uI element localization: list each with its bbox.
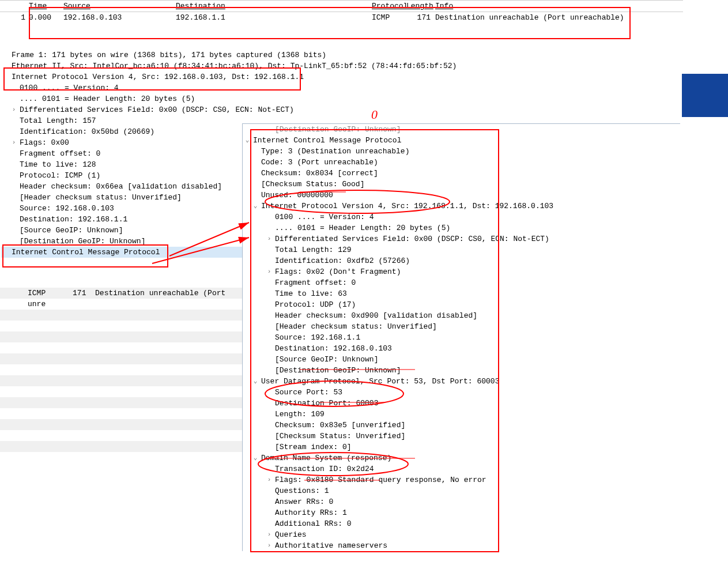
tree-text: Destination: 192.168.1.1: [20, 215, 127, 224]
tree-text: Protocol: ICMP (1): [20, 171, 100, 180]
tree-line[interactable]: Internet Protocol Version 4, Src: 192.16…: [1, 71, 243, 82]
tree-line[interactable]: [Stream index: 0]: [243, 442, 680, 453]
tree-line[interactable]: ⌄Internet Control Message Protocol: [243, 135, 680, 146]
tree-line[interactable]: ⌄Internet Protocol Version 4, Src: 192.1…: [243, 201, 680, 212]
packet-details-right[interactable]: [Destination GeoIP: Unknown] ⌄Internet C…: [242, 123, 680, 551]
tree-line[interactable]: Time to live: 128: [1, 159, 243, 170]
tree-line[interactable]: Destination Port: 60003: [243, 398, 680, 409]
chevron-right-icon[interactable]: ›: [266, 266, 273, 277]
packet-length: 171: [406, 13, 435, 22]
header-protocol[interactable]: Protocol: [372, 2, 406, 10]
tree-line[interactable]: ›Authoritative nameservers: [243, 540, 680, 551]
tree-line[interactable]: ›Queries: [243, 529, 680, 540]
tree-line[interactable]: Source Port: 53: [243, 387, 680, 398]
chevron-right-icon[interactable]: ›: [266, 529, 273, 540]
tree-line[interactable]: Source: 192.168.0.103: [1, 203, 243, 214]
tree-line[interactable]: Internet Control Message Protocol: [1, 247, 243, 258]
tree-text: Identification: 0xdfb2 (57266): [275, 257, 410, 265]
tree-line[interactable]: Destination: 192.168.0.103: [243, 343, 680, 354]
tree-line[interactable]: 0100 .... = Version: 4: [243, 212, 680, 223]
tree-line[interactable]: .... 0101 = Header Length: 20 bytes (5): [1, 93, 243, 104]
tree-line[interactable]: Identification: 0x50bd (20669): [1, 126, 243, 137]
tree-line[interactable]: Authority RRs: 1: [243, 507, 680, 518]
chevron-down-icon[interactable]: ⌄: [252, 376, 259, 387]
header-dest[interactable]: Destination: [176, 2, 372, 10]
tree-line[interactable]: Destination: 192.168.1.1: [1, 214, 243, 225]
bottom-row[interactable]: ICMP 171 Destination unreachable (Port u…: [0, 288, 242, 299]
chevron-right-icon[interactable]: ›: [10, 137, 17, 148]
tree-line[interactable]: Source: 192.168.1.1: [243, 332, 680, 343]
tree-line[interactable]: Protocol: UDP (17): [243, 299, 680, 310]
tree-line[interactable]: Total Length: 129: [243, 244, 680, 255]
tree-line[interactable]: [Header checksum status: Unverified]: [1, 192, 243, 203]
tree-text: Source Port: 53: [275, 388, 342, 397]
tree-line[interactable]: Fragment offset: 0: [243, 277, 680, 288]
chevron-right-icon[interactable]: ›: [266, 474, 273, 485]
tree-line[interactable]: Questions: 1: [243, 485, 680, 496]
tree-text: Protocol: UDP (17): [275, 300, 356, 309]
tree-line[interactable]: Type: 3 (Destination unreachable): [243, 146, 680, 157]
tree-line[interactable]: ›Flags: 0x8180 Standard query response, …: [243, 474, 680, 485]
chevron-right-icon[interactable]: ›: [10, 104, 17, 115]
tree-line[interactable]: Time to live: 63: [243, 288, 680, 299]
packet-row[interactable]: 1 0.000 192.168.0.103 192.168.1.1 ICMP 1…: [0, 12, 683, 23]
tree-line[interactable]: Code: 3 (Port unreachable): [243, 157, 680, 168]
packet-source: 192.168.0.103: [63, 13, 176, 22]
tree-line[interactable]: Unused: 00000000: [243, 190, 680, 201]
tree-line[interactable]: [Checksum Status: Unverified]: [243, 431, 680, 442]
tree-line[interactable]: Header checksum: 0xd900 [validation disa…: [243, 310, 680, 321]
tree-line[interactable]: [Header checksum status: Unverified]: [243, 321, 680, 332]
tree-text: Length: 109: [275, 410, 325, 419]
tree-text: [Source GeoIP: Unknown]: [20, 226, 123, 235]
header-info[interactable]: Info: [435, 2, 683, 10]
tree-line[interactable]: [Checksum Status: Good]: [243, 179, 680, 190]
tree-line[interactable]: [Destination GeoIP: Unknown]: [1, 236, 243, 247]
tree-text: Destination Port: 60003: [275, 399, 378, 408]
chevron-down-icon[interactable]: ⌄: [244, 135, 251, 146]
chevron-down-icon[interactable]: ⌄: [252, 453, 259, 464]
tree-line[interactable]: [Source GeoIP: Unknown]: [1, 225, 243, 236]
tree-line[interactable]: Answer RRs: 0: [243, 496, 680, 507]
chevron-right-icon[interactable]: ›: [266, 233, 273, 244]
tree-line[interactable]: Ethernet II, Src: IntelCor_bc:a6:10 (f8:…: [1, 61, 243, 71]
tree-line[interactable]: ⌄Domain Name System (response): [243, 453, 680, 464]
tree-line[interactable]: Additional RRs: 0: [243, 518, 680, 529]
tree-text: [Stream index: 0]: [275, 443, 352, 451]
tree-line[interactable]: Total Length: 157: [1, 115, 243, 126]
packet-protocol: ICMP: [372, 13, 406, 22]
tree-text: Authority RRs: 1: [275, 508, 347, 517]
packet-no: 1: [0, 13, 29, 22]
tree-line[interactable]: Protocol: ICMP (1): [1, 170, 243, 181]
chevron-right-icon[interactable]: ›: [266, 540, 273, 551]
tree-line[interactable]: ⌄User Datagram Protocol, Src Port: 53, D…: [243, 376, 680, 387]
tree-line[interactable]: Checksum: 0x83e5 [unverified]: [243, 420, 680, 431]
tree-line[interactable]: ›Flags: 0x00: [1, 137, 243, 148]
tree-line[interactable]: 0100 .... = Version: 4: [1, 82, 243, 93]
tree-line[interactable]: Header checksum: 0x66ea [validation disa…: [1, 181, 243, 192]
tree-text: [Source GeoIP: Unknown]: [275, 355, 378, 364]
header-time[interactable]: Time: [29, 2, 63, 10]
tree-text: .... 0101 = Header Length: 20 bytes (5): [20, 95, 195, 103]
tree-text: Checksum: 0x8034 [correct]: [261, 169, 378, 178]
tree-line[interactable]: [Source GeoIP: Unknown]: [243, 354, 680, 365]
tree-line[interactable]: Identification: 0xdfb2 (57266): [243, 255, 680, 266]
tree-line[interactable]: .... 0101 = Header Length: 20 bytes (5): [243, 223, 680, 233]
packet-details-left[interactable]: Frame 1: 171 bytes on wire (1368 bits), …: [1, 50, 243, 258]
tree-line[interactable]: [Destination GeoIP: Unknown]: [243, 365, 680, 376]
tree-line[interactable]: Length: 109: [243, 409, 680, 420]
tree-line[interactable]: Transaction ID: 0x2d24: [243, 464, 680, 474]
tree-line[interactable]: Frame 1: 171 bytes on wire (1368 bits), …: [1, 50, 243, 61]
header-source[interactable]: Source: [63, 2, 176, 10]
tree-line[interactable]: ›Flags: 0x02 (Don't Fragment): [243, 266, 680, 277]
tree-line[interactable]: ›Differentiated Services Field: 0x00 (DS…: [243, 233, 680, 244]
tree-text: Internet Control Message Protocol: [253, 136, 401, 145]
tree-line[interactable]: Fragment offset: 0: [1, 148, 243, 159]
bottom-proto: ICMP: [28, 289, 46, 297]
bottom-len: 171: [73, 289, 86, 297]
tree-text: Unused: 00000000: [261, 191, 333, 199]
chevron-down-icon[interactable]: ⌄: [252, 201, 259, 212]
tree-line[interactable]: Checksum: 0x8034 [correct]: [243, 168, 680, 179]
tree-line[interactable]: ›Differentiated Services Field: 0x00 (DS…: [1, 104, 243, 115]
tree-text: Ethernet II, Src: IntelCor_bc:a6:10 (f8:…: [12, 62, 457, 70]
header-length[interactable]: Length: [406, 2, 435, 10]
